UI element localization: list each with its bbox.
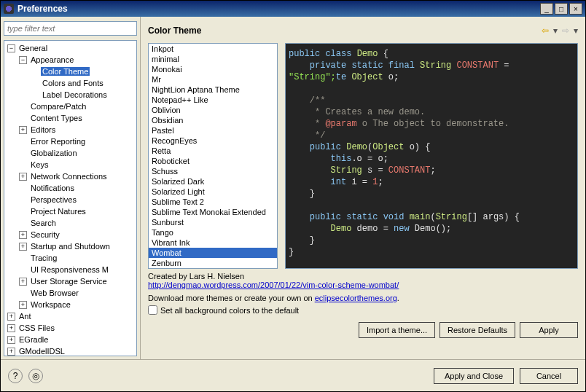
tree-tracing[interactable]: Tracing: [4, 252, 136, 264]
left-panel: −General −Appearance Color Theme Colors …: [1, 17, 141, 359]
default-bg-label: Set all background colors to the default: [160, 306, 299, 315]
tree-security[interactable]: +Security: [4, 229, 136, 240]
tree-perspectives[interactable]: Perspectives: [4, 194, 136, 205]
theme-item[interactable]: Retta: [149, 146, 277, 156]
default-bg-checkbox[interactable]: [148, 305, 157, 315]
theme-item[interactable]: RecognEyes: [149, 136, 277, 146]
tree-notifications[interactable]: Notifications: [4, 182, 136, 194]
close-button[interactable]: ×: [569, 3, 582, 15]
tree-ui-responsiveness[interactable]: UI Responsiveness M: [4, 264, 136, 275]
minimize-button[interactable]: _: [540, 3, 553, 15]
eclipsecolorthemes-link[interactable]: eclipsecolorthemes.org: [315, 294, 397, 302]
theme-item[interactable]: Wombat: [149, 248, 277, 258]
theme-item[interactable]: Inkpot: [149, 44, 277, 54]
theme-list[interactable]: DefaultBlack PastelfrontenddevGedit Orig…: [148, 43, 278, 269]
tree-project-natures[interactable]: Project Natures: [4, 205, 136, 217]
page-title: Color Theme: [148, 26, 542, 36]
tree-error-reporting[interactable]: Error Reporting: [4, 136, 136, 147]
import-theme-button[interactable]: Import a theme...: [359, 322, 435, 338]
maximize-button[interactable]: □: [555, 3, 568, 15]
theme-meta: Created by Lars H. Nielsen http://dengma…: [148, 272, 578, 289]
theme-item[interactable]: Sublime Text Monokai Extended: [149, 207, 277, 217]
forward-menu-icon[interactable]: ▾: [574, 26, 578, 36]
theme-item[interactable]: Monokai: [149, 64, 277, 74]
tree-compare-patch[interactable]: Compare/Patch: [4, 101, 136, 112]
restore-defaults-button[interactable]: Restore Defaults: [440, 322, 515, 338]
tree-appearance[interactable]: −Appearance: [4, 54, 136, 66]
help-icon[interactable]: ?: [8, 369, 23, 383]
tree-css[interactable]: +CSS Files: [4, 322, 136, 334]
theme-item[interactable]: Oblivion: [149, 105, 277, 115]
theme-item[interactable]: Sunburst: [149, 217, 277, 227]
theme-item[interactable]: Vibrant Ink: [149, 238, 277, 248]
tree-content-types[interactable]: Content Types: [4, 112, 136, 124]
theme-item[interactable]: Tango: [149, 227, 277, 238]
tree-startup-shutdown[interactable]: +Startup and Shutdown: [4, 240, 136, 252]
tree-label-decorations[interactable]: Label Decorations: [4, 89, 136, 101]
theme-item[interactable]: Schuss: [149, 166, 277, 176]
tree-editors[interactable]: +Editors: [4, 124, 136, 136]
theme-item[interactable]: Pastel: [149, 125, 277, 136]
theme-item[interactable]: Roboticket: [149, 156, 277, 166]
tree-ant[interactable]: +Ant: [4, 310, 136, 322]
progress-icon[interactable]: ◎: [28, 369, 43, 383]
theme-item[interactable]: Solarized Light: [149, 187, 277, 197]
download-text: Download more themes or create your own …: [148, 294, 578, 302]
back-menu-icon[interactable]: ▾: [553, 26, 558, 36]
tree-web-browser[interactable]: Web Browser: [4, 287, 136, 299]
tree-network[interactable]: +Network Connections: [4, 170, 136, 182]
tree-colors-fonts[interactable]: Colors and Fonts: [4, 77, 136, 89]
theme-item[interactable]: Notepad++ Like: [149, 95, 277, 105]
tree-user-storage[interactable]: +User Storage Service: [4, 275, 136, 287]
theme-item[interactable]: Obsidian: [149, 115, 277, 125]
theme-item[interactable]: Solarized Dark: [149, 176, 277, 187]
window-title: Preferences: [17, 4, 540, 14]
back-icon[interactable]: ⇦: [542, 26, 549, 36]
preferences-tree[interactable]: −General −Appearance Color Theme Colors …: [4, 40, 137, 356]
eclipse-icon: [4, 4, 14, 14]
tree-gmodelidsl[interactable]: +GModelIDSL: [4, 345, 136, 356]
right-panel: Color Theme ⇦ ▾ ⇨ ▾ DefaultBlack Pastelf…: [141, 17, 585, 359]
tree-general[interactable]: −General: [4, 42, 136, 54]
apply-and-close-button[interactable]: Apply and Close: [434, 368, 514, 384]
tree-workspace[interactable]: +Workspace: [4, 299, 136, 310]
code-preview: public class Demo { private static final…: [285, 43, 578, 269]
tree-egradle[interactable]: +EGradle: [4, 334, 136, 345]
bottom-bar: ? ◎ Apply and Close Cancel: [1, 359, 585, 391]
apply-button[interactable]: Apply: [520, 322, 578, 338]
theme-item[interactable]: Zenburn: [149, 258, 277, 268]
tree-search[interactable]: Search: [4, 217, 136, 229]
cancel-button[interactable]: Cancel: [520, 368, 578, 384]
filter-input[interactable]: [4, 21, 137, 36]
titlebar: Preferences _ □ ×: [1, 1, 585, 17]
tree-color-theme[interactable]: Color Theme: [4, 66, 136, 77]
tree-keys[interactable]: Keys: [4, 159, 136, 170]
tree-globalization[interactable]: Globalization: [4, 147, 136, 159]
theme-item[interactable]: NightLion Aptana Theme: [149, 85, 277, 95]
forward-icon: ⇨: [562, 26, 569, 36]
theme-url-link[interactable]: http://dengmao.wordpress.com/2007/01/22/…: [148, 281, 399, 289]
theme-item[interactable]: Sublime Text 2: [149, 197, 277, 207]
theme-item[interactable]: Mr: [149, 74, 277, 85]
theme-item[interactable]: minimal: [149, 54, 277, 64]
